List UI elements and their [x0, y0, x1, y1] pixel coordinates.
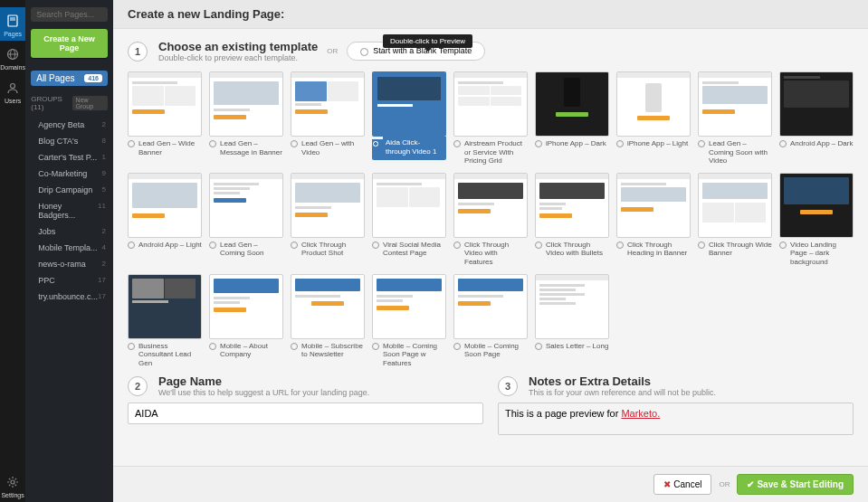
template-radio[interactable]	[535, 343, 542, 350]
search-input[interactable]	[31, 7, 108, 22]
sidebar-group-item[interactable]: Mobile Templa...4	[31, 240, 108, 256]
template-thumb[interactable]	[779, 71, 854, 137]
sidebar-group-item[interactable]: Honey Badgers...11	[31, 198, 108, 223]
template-thumb[interactable]	[535, 71, 609, 137]
template-card[interactable]: Click Through Wide Banner	[698, 173, 772, 267]
template-card[interactable]: iPhone App – Dark	[535, 71, 609, 166]
template-radio[interactable]	[616, 140, 624, 147]
template-thumb[interactable]	[209, 274, 283, 339]
template-radio[interactable]	[453, 242, 461, 249]
template-radio[interactable]	[779, 242, 787, 249]
template-radio[interactable]	[372, 140, 379, 147]
template-thumb[interactable]	[698, 173, 772, 238]
template-radio[interactable]	[535, 242, 542, 249]
template-thumb[interactable]	[779, 173, 854, 238]
template-card[interactable]: Mobile – Subscribe to Newsletter	[291, 274, 365, 368]
template-radio[interactable]	[291, 343, 298, 350]
template-radio[interactable]	[128, 242, 135, 249]
rail-domains[interactable]: Domains	[0, 41, 25, 74]
template-card[interactable]: Lead Gen – Message in Banner	[209, 71, 283, 166]
rail-pages[interactable]: Pages	[0, 7, 25, 41]
rail-settings[interactable]: Settings	[0, 469, 25, 502]
template-card[interactable]: Android App – Light	[128, 173, 202, 267]
sidebar-group-item[interactable]: try.unbounce.c...17	[31, 289, 108, 305]
template-thumb[interactable]	[128, 173, 202, 238]
sidebar-group-item[interactable]: Agency Beta2	[31, 117, 108, 133]
template-card[interactable]: Mobile – Coming Soon Page	[453, 274, 528, 368]
new-group-button[interactable]: New Group	[72, 96, 108, 110]
sidebar-group-item[interactable]: Carter's Test P...1	[31, 149, 108, 166]
sidebar-group-item[interactable]: Drip Campaign5	[31, 182, 108, 198]
template-card[interactable]: Click Through Video with Bullets	[535, 173, 609, 267]
template-card[interactable]: Video Landing Page – dark background	[779, 173, 854, 267]
template-card[interactable]: Lead Gen – Coming Soon with Video	[698, 71, 772, 166]
template-card[interactable]: Viral Social Media Contest Page	[372, 173, 446, 267]
save-start-editing-button[interactable]: ✔Save & Start Editing	[737, 474, 854, 495]
template-radio[interactable]	[535, 140, 542, 147]
all-pages-filter[interactable]: All Pages 416	[31, 71, 108, 86]
template-card[interactable]: Lead Gen – Coming Soon	[209, 173, 283, 267]
template-radio[interactable]	[698, 140, 705, 147]
template-radio[interactable]	[779, 140, 787, 147]
notes-link[interactable]: Marketo.	[621, 408, 660, 419]
template-thumb[interactable]	[698, 71, 772, 137]
template-card[interactable]: Android App – Dark	[779, 71, 854, 166]
template-thumb[interactable]	[453, 274, 528, 339]
template-radio[interactable]	[372, 242, 379, 249]
template-radio[interactable]	[698, 242, 705, 249]
template-thumb[interactable]	[291, 173, 365, 238]
sidebar-group-item[interactable]: news-o-rama2	[31, 256, 108, 272]
template-card[interactable]: Airstream Product or Service With Pricin…	[453, 71, 528, 166]
template-radio[interactable]	[291, 242, 298, 249]
template-thumb[interactable]	[128, 71, 202, 137]
template-radio[interactable]	[453, 343, 461, 350]
template-thumb[interactable]	[535, 173, 609, 238]
template-thumb[interactable]	[535, 274, 609, 339]
template-card[interactable]: Sales Letter – Long	[535, 274, 609, 368]
template-radio[interactable]	[616, 242, 624, 249]
sidebar-group-item[interactable]: Blog CTA's8	[31, 133, 108, 149]
template-thumb[interactable]	[453, 173, 528, 238]
template-thumb[interactable]	[372, 173, 446, 238]
template-thumb[interactable]	[372, 71, 446, 137]
template-thumb[interactable]	[616, 173, 691, 238]
template-card[interactable]: Click Through Heading in Banner	[616, 173, 691, 267]
template-thumb[interactable]	[209, 173, 283, 238]
template-card[interactable]: Business Consultant Lead Gen	[128, 274, 202, 368]
template-name: Lead Gen – Message in Banner	[220, 139, 283, 156]
rail-users[interactable]: Users	[0, 74, 25, 108]
template-radio[interactable]	[291, 140, 298, 147]
template-thumb[interactable]	[291, 274, 365, 339]
template-radio[interactable]	[209, 140, 216, 147]
template-thumb[interactable]	[372, 274, 446, 339]
template-card[interactable]: Aida Click-through Video 1	[372, 71, 446, 166]
template-thumb[interactable]	[453, 71, 528, 137]
sidebar-group-item[interactable]: Co-Marketing9	[31, 166, 108, 182]
template-card[interactable]: iPhone App – Light	[616, 71, 691, 166]
page-name-input[interactable]	[128, 403, 483, 424]
template-thumb[interactable]	[209, 71, 283, 137]
sidebar-group-item[interactable]: PPC17	[31, 272, 108, 289]
template-thumb[interactable]	[616, 71, 691, 137]
step-3-badge: 3	[498, 376, 518, 396]
template-radio[interactable]	[209, 343, 216, 350]
template-thumb[interactable]	[128, 274, 202, 339]
template-card[interactable]: Lead Gen – Wide Banner	[128, 71, 202, 166]
template-radio[interactable]	[453, 140, 461, 147]
template-card[interactable]: Click Through Product Shot	[291, 173, 365, 267]
create-new-page-button[interactable]: Create a New Page	[31, 29, 108, 58]
template-card[interactable]: Mobile – About Company	[209, 274, 283, 368]
template-card[interactable]: Lead Gen – with Video	[291, 71, 365, 166]
group-label: Blog CTA's	[38, 137, 78, 146]
template-radio[interactable]	[372, 343, 379, 350]
template-name: Aida Click-through Video 1	[383, 137, 446, 157]
template-card[interactable]: Mobile – Coming Soon Page w Features	[372, 274, 446, 368]
cancel-button[interactable]: ✖Cancel	[653, 474, 711, 495]
template-radio[interactable]	[128, 343, 135, 350]
sidebar-group-item[interactable]: Jobs2	[31, 223, 108, 240]
template-radio[interactable]	[128, 140, 135, 147]
template-radio[interactable]	[209, 242, 216, 249]
template-card[interactable]: Click Through Video with Features	[453, 173, 528, 267]
notes-textarea[interactable]: This is a page preview for Marketo.	[498, 403, 854, 435]
template-thumb[interactable]	[291, 71, 365, 137]
